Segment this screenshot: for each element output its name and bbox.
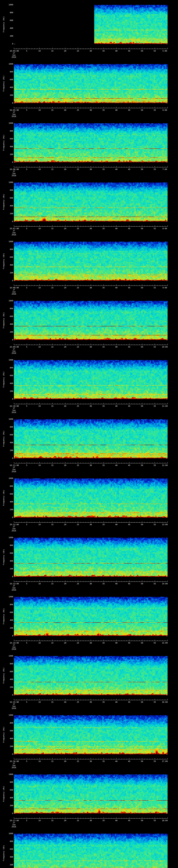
y-tick-label-200: 200 xyxy=(5,864,13,866)
y-tick-label-1000: 1000 xyxy=(5,596,13,598)
x-tick-label: 25 xyxy=(75,50,81,52)
x-tick-label: 15 xyxy=(50,701,55,703)
x-tick-label: 15 xyxy=(50,524,55,526)
x-tick-label: 50 xyxy=(140,405,145,407)
x-tick-label: 55 xyxy=(152,168,157,170)
x-tick-label: 40 xyxy=(114,642,119,644)
x-tick-label: 40 xyxy=(114,109,119,111)
y-tick-label-0: 0 xyxy=(5,635,13,637)
x-tick-label: 20 xyxy=(63,405,68,407)
spectrogram-panel: Frequency (Hz) 1000 800 600 400 200 0 16… xyxy=(0,182,178,242)
y-tick-label-1000: 1000 xyxy=(5,4,13,6)
date-year: 2016 xyxy=(10,116,18,118)
y-tick-label-600: 600 xyxy=(5,20,13,22)
spectrogram-image xyxy=(14,301,168,340)
date-year: 2016 xyxy=(10,707,18,710)
x-tick-label: 35 xyxy=(101,524,106,526)
y-tick-label-400: 400 xyxy=(5,382,13,384)
y-tick-label-0: 0 xyxy=(5,398,13,400)
y-tick-label-200: 200 xyxy=(5,686,13,688)
x-tick-label: 20 xyxy=(63,524,68,526)
x-tick-label: 55 xyxy=(152,346,157,348)
spectrogram-panel: Frequency (Hz) 1000 800 600 400 200 0 16… xyxy=(0,538,178,597)
x-tick-label: 25 xyxy=(75,819,81,822)
x-tick-label: 50 xyxy=(140,109,145,111)
x-tick-label: 5 xyxy=(24,819,29,822)
spectrogram-image xyxy=(14,419,168,458)
x-tick-label: 55 xyxy=(152,227,157,230)
spectrogram-image xyxy=(14,715,168,754)
x-tick-label: 10 xyxy=(37,405,42,407)
x-tick-label: 25 xyxy=(75,642,81,644)
x-tick-label: 15 xyxy=(50,642,55,644)
x-tick-label: 25 xyxy=(75,405,81,407)
y-tick-label-0: 0 xyxy=(5,339,13,341)
y-tick-label-0: 0 xyxy=(5,43,13,45)
x-tick-label: 45 xyxy=(126,168,132,170)
y-tick-label-200: 200 xyxy=(5,509,13,511)
y-tick-label-1000: 1000 xyxy=(5,833,13,835)
x-tick-label: 50 xyxy=(140,464,145,466)
y-tick-label-0: 0 xyxy=(5,517,13,519)
x-tick-label: 50 xyxy=(140,227,145,230)
x-tick-label: 40 xyxy=(114,168,119,170)
spectrogram-image xyxy=(14,538,168,577)
x-tick-label: 35 xyxy=(101,701,106,703)
x-tick-label: 45 xyxy=(126,761,132,763)
spectrogram-panel: Frequency (Hz) 1000 800 600 400 200 0 16… xyxy=(0,478,178,538)
x-tick-label: 45 xyxy=(126,524,132,526)
y-tick-label-400: 400 xyxy=(5,560,13,562)
y-tick-label-600: 600 xyxy=(5,138,13,140)
y-tick-label-600: 600 xyxy=(5,552,13,554)
x-tick-label: 20 xyxy=(63,346,68,348)
y-tick-label-200: 200 xyxy=(5,627,13,629)
y-tick-label-400: 400 xyxy=(5,264,13,266)
x-tick-label: 10 xyxy=(37,346,42,348)
y-axis-title: Frequency (Hz) xyxy=(3,135,5,151)
spectrogram-panel: Frequency (Hz) 1000 800 600 400 200 0 16… xyxy=(0,301,178,360)
date-year: 2016 xyxy=(10,56,18,58)
spectrogram-image xyxy=(14,360,168,399)
x-tick-label: 30 xyxy=(88,227,93,230)
x-tick-label: 20 xyxy=(63,464,68,466)
y-tick-label-600: 600 xyxy=(5,315,13,317)
y-tick-label-800: 800 xyxy=(5,130,13,132)
x-axis-end-time: 10:00 xyxy=(160,346,169,348)
x-tick-label: 10 xyxy=(37,287,42,289)
y-tick-label-1000: 1000 xyxy=(5,773,13,775)
x-tick-label: 50 xyxy=(140,287,145,289)
y-tick-label-800: 800 xyxy=(5,663,13,665)
x-tick-label: 20 xyxy=(63,701,68,703)
x-tick-label: 15 xyxy=(50,346,55,348)
x-tick-label: 20 xyxy=(63,109,68,111)
x-tick-label: 10 xyxy=(37,109,42,111)
y-tick-label-600: 600 xyxy=(5,256,13,258)
x-tick-label: 40 xyxy=(114,464,119,466)
y-axis-title: Frequency (Hz) xyxy=(3,727,5,743)
y-tick-label-800: 800 xyxy=(5,545,13,547)
x-tick-label: 20 xyxy=(63,287,68,289)
x-axis-end-time: 5:00 xyxy=(160,50,169,52)
y-tick-label-0: 0 xyxy=(5,812,13,814)
x-tick-label: 55 xyxy=(152,524,157,526)
y-tick-label-0: 0 xyxy=(5,280,13,282)
x-tick-label: 35 xyxy=(101,405,106,407)
spectrogram-panel: Frequency (Hz) 1000 800 600 400 200 0 16… xyxy=(0,597,178,656)
spectrogram-image xyxy=(14,123,168,162)
y-axis-title: Frequency (Hz) xyxy=(3,490,5,506)
x-tick-label: 40 xyxy=(114,583,119,585)
x-tick-label: 40 xyxy=(114,227,119,230)
spectrogram-panel: Frequency (Hz) 1000 800 600 400 200 0 16… xyxy=(0,419,178,478)
x-tick-label: 5 xyxy=(24,168,29,170)
date-year: 2016 xyxy=(10,767,18,769)
x-tick-label: 30 xyxy=(88,701,93,703)
x-tick-label: 15 xyxy=(50,168,55,170)
x-tick-label: 45 xyxy=(126,701,132,703)
y-tick-label-600: 600 xyxy=(5,79,13,81)
spectrogram-panel: Frequency (Hz) 1000 800 600 400 200 0 16… xyxy=(0,242,178,301)
x-axis-end-time: 6:00 xyxy=(160,109,169,111)
x-axis-end-time: 16:00 xyxy=(160,701,169,703)
x-tick-label: 10 xyxy=(37,761,42,763)
x-tick-label: 5 xyxy=(24,761,29,763)
x-tick-label: 55 xyxy=(152,819,157,822)
